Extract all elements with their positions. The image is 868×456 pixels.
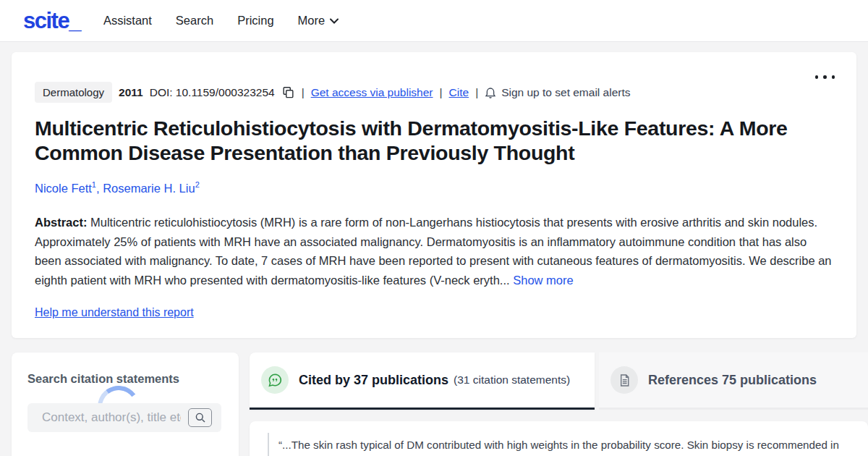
paper-title: Multicentric Reticulohistiocytosis with … bbox=[35, 116, 846, 165]
scite-logo[interactable]: scite_ bbox=[23, 8, 80, 34]
abstract-label: Abstract: bbox=[35, 216, 87, 229]
meta-divider: | bbox=[440, 86, 443, 99]
chevron-down-icon bbox=[330, 18, 339, 24]
cited-by-label: Cited by 37 publications bbox=[299, 373, 448, 388]
meta-divider: | bbox=[302, 86, 305, 99]
paper-meta-row: Dermatology 2011 DOI: 10.1159/000323254 … bbox=[35, 82, 631, 103]
doi-text: DOI: 10.1159/000323254 bbox=[150, 86, 275, 99]
email-alerts-label: Sign up to set email alerts bbox=[501, 86, 630, 99]
bell-icon bbox=[485, 86, 496, 99]
meta-divider: | bbox=[475, 86, 478, 99]
document-icon bbox=[610, 366, 638, 394]
nav-search[interactable]: Search bbox=[176, 14, 213, 28]
author-link[interactable]: Rosemarie H. Liu bbox=[103, 182, 195, 195]
search-icon bbox=[195, 412, 206, 423]
copy-doi-icon[interactable] bbox=[281, 85, 295, 99]
publisher-access-link[interactable]: Get access via publisher bbox=[311, 86, 433, 99]
main-nav: Assistant Search Pricing More bbox=[103, 14, 339, 28]
citation-bubble-icon bbox=[261, 366, 289, 394]
citation-statement-quote: “...The skin rash typical of DM contribu… bbox=[268, 433, 846, 456]
nav-more[interactable]: More bbox=[298, 14, 339, 28]
references-label: References 75 publications bbox=[648, 373, 817, 388]
paper-report-card: Dermatology 2011 DOI: 10.1159/000323254 … bbox=[12, 52, 856, 338]
email-alerts-button[interactable]: Sign up to set email alerts bbox=[485, 86, 630, 99]
nav-pricing[interactable]: Pricing bbox=[237, 14, 273, 28]
citation-search-button[interactable] bbox=[188, 408, 212, 427]
top-nav-bar: scite_ Assistant Search Pricing More bbox=[0, 0, 868, 42]
citation-statement-card: “...The skin rash typical of DM contribu… bbox=[250, 421, 868, 456]
citation-search-heading: Search citation statements bbox=[27, 372, 179, 386]
publication-year: 2011 bbox=[119, 86, 143, 99]
citation-search-box bbox=[27, 403, 221, 432]
more-options-icon[interactable] bbox=[815, 75, 835, 79]
tab-cited-by[interactable]: Cited by 37 publications (31 citation st… bbox=[250, 352, 595, 410]
show-more-link[interactable]: Show more bbox=[513, 274, 573, 287]
author-list: Nicole Fett1, Rosemarie H. Liu2 bbox=[35, 180, 200, 195]
tab-references[interactable]: References 75 publications bbox=[599, 352, 868, 410]
abstract-text: Abstract: Multicentric reticulohistiocyt… bbox=[35, 213, 835, 290]
citation-statements-count: (31 citation statements) bbox=[454, 373, 570, 387]
author-link[interactable]: Nicole Fett bbox=[35, 182, 92, 195]
journal-badge[interactable]: Dermatology bbox=[35, 82, 112, 103]
help-understand-link[interactable]: Help me understand this report bbox=[35, 306, 194, 319]
nav-assistant[interactable]: Assistant bbox=[103, 14, 152, 28]
cite-link[interactable]: Cite bbox=[449, 86, 469, 99]
citation-search-panel: Search citation statements bbox=[12, 352, 239, 456]
